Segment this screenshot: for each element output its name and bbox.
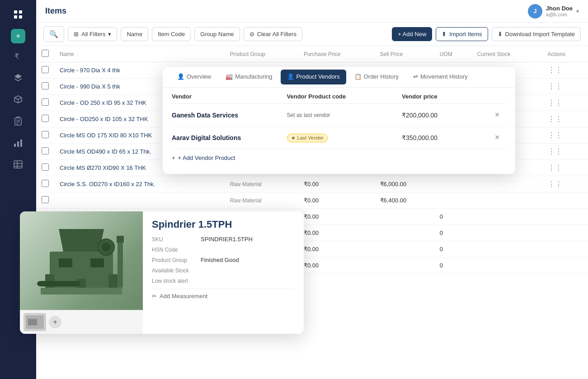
item-code-filter-button[interactable]: Item Code	[152, 27, 191, 41]
row-checkbox[interactable]	[42, 164, 49, 171]
add-new-button[interactable]: + Add New	[392, 27, 432, 41]
toolbar: 🔍 ⊞ All Filters ▾ Name Item Code Group N…	[36, 23, 588, 46]
svg-rect-20	[41, 288, 122, 295]
row-checkbox[interactable]	[42, 131, 49, 138]
row-checkbox[interactable]	[42, 115, 49, 122]
svg-rect-33	[118, 238, 123, 288]
search-button[interactable]: 🔍	[43, 26, 64, 42]
col-sell-price: Sell Price	[375, 46, 434, 62]
row-checkbox[interactable]	[42, 66, 49, 73]
filter-icon: ⊞	[74, 31, 79, 37]
sidebar-add-button[interactable]: +	[11, 29, 25, 43]
row-current-stock	[472, 192, 542, 209]
row-sell-price: ₹6,000.00	[375, 176, 434, 192]
hsn-field: HSN Code	[152, 246, 295, 253]
row-checkbox[interactable]	[42, 180, 49, 187]
row-action-button[interactable]: ⋮⋮	[548, 115, 562, 123]
row-checkbox[interactable]	[42, 98, 49, 106]
row-action-button[interactable]: ⋮⋮	[548, 82, 562, 91]
vendor-1-price: ₹200,000.00	[402, 112, 488, 119]
thumbnail-1[interactable]	[24, 313, 46, 331]
clear-filters-button[interactable]: ⊘ Clear All Filters	[244, 27, 302, 41]
row-current-stock	[472, 257, 542, 274]
vendor-2-remove-button[interactable]: ×	[495, 133, 500, 142]
chevron-down-icon: ▾	[108, 31, 111, 37]
user-email: a@b.com	[546, 12, 573, 17]
sidebar-icon-rupee[interactable]: ₹	[9, 47, 27, 65]
user-menu[interactable]: J Jhon Doe a@b.com ▾	[528, 4, 579, 19]
add-image-button[interactable]: +	[49, 316, 61, 328]
tab-movement-history[interactable]: ⇌ Movement History	[406, 67, 475, 87]
vendor-1-remove-button[interactable]: ×	[495, 110, 500, 120]
star-icon: ★	[291, 135, 296, 141]
row-actions	[542, 257, 588, 274]
row-action-button[interactable]: ⋮⋮	[548, 164, 562, 172]
tab-order-history[interactable]: 📋 Order History	[347, 67, 406, 87]
name-filter-button[interactable]: Name	[121, 27, 148, 41]
item-main-image	[20, 211, 143, 310]
row-actions: ⋮⋮	[542, 160, 588, 176]
row-checkbox[interactable]	[42, 82, 49, 89]
row-checkbox[interactable]	[42, 147, 49, 154]
overview-icon: 👤	[177, 73, 184, 80]
avatar: J	[528, 4, 542, 19]
row-actions: ⋮⋮	[542, 111, 588, 127]
all-filters-button[interactable]: ⊞ All Filters ▾	[68, 27, 117, 41]
product-group-value: Finished Good	[201, 257, 239, 263]
tab-manufacturing[interactable]: 🏭 Manufacturing	[218, 67, 279, 87]
svg-marker-22	[59, 229, 104, 252]
row-actions: ⋮⋮	[542, 62, 588, 79]
vendor-icon: 👤	[287, 73, 294, 80]
sidebar-icon-table[interactable]	[9, 155, 27, 173]
add-vendor-button[interactable]: + + Add Vendor Product	[172, 149, 506, 167]
sidebar-icon-clipboard[interactable]	[9, 112, 27, 130]
sku-value: SPINDRIER1.5TPH	[201, 236, 253, 243]
item-info: Spindrier 1.5TPH SKU SPINDRIER1.5TPH HSN…	[143, 211, 304, 334]
sidebar-icon-grid[interactable]	[9, 5, 27, 23]
svg-rect-16	[14, 161, 22, 168]
svg-rect-1	[19, 10, 22, 14]
tab-overview[interactable]: 👤 Overview	[170, 67, 218, 87]
import-items-button[interactable]: ⬆ Import Items	[436, 27, 488, 41]
user-details: Jhon Doe a@b.com	[546, 5, 573, 17]
page-title: Items	[45, 6, 66, 16]
svg-rect-26	[41, 281, 77, 286]
sidebar-icon-chart[interactable]	[9, 134, 27, 152]
row-action-button[interactable]: ⋮⋮	[548, 131, 562, 140]
svg-text:₹: ₹	[14, 52, 19, 60]
thumb-image-1	[26, 315, 44, 329]
add-measurement-button[interactable]: ✂ Add Measurement	[152, 289, 295, 299]
row-name	[54, 192, 225, 209]
table-row: Circle S.S. OD270 x ID160 x 22 Thk. Raw …	[36, 176, 588, 192]
svg-rect-3	[19, 15, 22, 19]
sort-icon: ↑	[76, 52, 79, 57]
col-purchase-price: Purchase Price	[298, 46, 375, 62]
row-actions: ⋮⋮	[542, 144, 588, 160]
item-detail-popup: + Spindrier 1.5TPH SKU SPINDRIER1.5TPH H…	[20, 211, 304, 334]
row-sell-price	[375, 225, 434, 241]
vendor-col-header: Vendor	[172, 93, 287, 100]
chevron-down-icon: ▾	[576, 8, 579, 14]
row-action-button[interactable]: ⋮⋮	[548, 180, 562, 188]
svg-point-30	[102, 243, 111, 252]
sidebar-icon-box[interactable]	[9, 90, 27, 108]
product-group-field: Product Group Finished Good	[152, 257, 295, 263]
row-current-stock	[472, 209, 542, 225]
col-actions: Actions	[542, 46, 588, 62]
last-vendor-badge: ★ Last Vender	[287, 134, 328, 142]
select-all-checkbox[interactable]	[42, 50, 49, 57]
sku-field: SKU SPINDRIER1.5TPH	[152, 236, 295, 243]
row-action-button[interactable]: ⋮⋮	[548, 98, 562, 107]
vendor-2-tag: ★ Last Vender	[287, 133, 402, 142]
download-template-button[interactable]: ⬇ Download Import Template	[492, 27, 581, 41]
manufacturing-icon: 🏭	[226, 73, 233, 80]
table-row: Raw Material ₹0.00 ₹6,400.00	[36, 192, 588, 209]
row-action-button[interactable]: ⋮⋮	[548, 147, 562, 156]
sidebar-icon-layers[interactable]	[9, 69, 27, 87]
tab-product-vendors[interactable]: 👤 Product Vendors	[281, 70, 346, 84]
row-action-button[interactable]: ⋮⋮	[548, 66, 562, 75]
sku-label: SKU	[152, 236, 197, 243]
row-checkbox[interactable]	[42, 196, 49, 203]
group-name-filter-button[interactable]: Group Name	[194, 27, 240, 41]
row-uom: 0	[434, 257, 472, 274]
